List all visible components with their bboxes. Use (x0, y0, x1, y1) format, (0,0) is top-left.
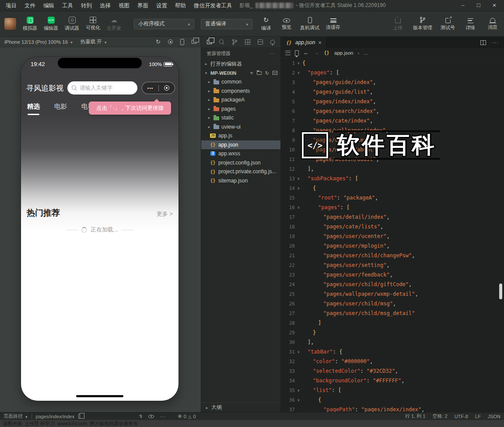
problems-indicator[interactable]: 0 0 (178, 413, 196, 419)
record-icon[interactable] (168, 39, 173, 44)
more-menu-icon[interactable] (147, 85, 154, 91)
exit-miniapp-icon[interactable] (164, 85, 169, 91)
menu-item[interactable]: 文件 (21, 0, 39, 11)
code-line[interactable]: 4"pages/guide/list", (281, 87, 504, 97)
test-account-button[interactable]: 测试号 (441, 17, 455, 31)
menu-item[interactable]: 项目 (2, 0, 21, 11)
page-path-selector[interactable]: 页面路径 (4, 413, 28, 420)
menu-item[interactable]: 界面 (133, 0, 152, 11)
new-folder-icon[interactable] (257, 71, 262, 75)
split-editor-icon[interactable] (480, 40, 486, 45)
breadcrumb-more[interactable]: ... (364, 50, 368, 56)
tree-file-sitemap.json[interactable]: sitemap.json (201, 176, 280, 186)
tree-folder-static[interactable]: static (201, 113, 280, 122)
editor-toggle[interactable]: 编辑器 (44, 17, 58, 32)
language-mode[interactable]: JSON (488, 414, 500, 419)
project-root-row[interactable]: MP-WEIXIN (201, 69, 280, 78)
user-avatar[interactable] (4, 18, 16, 30)
refresh-icon[interactable] (265, 70, 269, 76)
code-line[interactable]: 35"list": [ (281, 385, 504, 395)
plugin-icon[interactable] (270, 40, 275, 44)
maximize-button[interactable] (471, 0, 486, 11)
code-line[interactable]: 19"pages/user/ucenter", (281, 231, 504, 241)
code-line[interactable]: 29} (281, 328, 504, 337)
code-line[interactable]: 6"pages/search/index", (281, 106, 504, 116)
detach-window-icon[interactable] (192, 40, 196, 44)
code-line[interactable]: 20"pages/user/mplogin", (281, 241, 504, 251)
editor-more-icon[interactable] (492, 39, 499, 46)
debugger-toggle[interactable]: 调试器 (65, 17, 79, 32)
code-line[interactable]: 33"selectedColor": "#32CD32", (281, 366, 504, 376)
remote-debug-button[interactable]: 真机调试 (300, 17, 319, 31)
search-input[interactable]: 请输入关键字 (67, 81, 137, 94)
device-frame-icon[interactable] (180, 39, 184, 45)
messages-button[interactable]: 消息 (486, 17, 500, 31)
tree-file-project.private.config.js...[interactable]: project.private.config.js... (201, 167, 280, 176)
code-line[interactable]: 31"tabBar": { (281, 347, 504, 357)
code-line[interactable]: 34"backgroundColor": "#FFFFFF", (281, 376, 504, 385)
tree-file-app.json[interactable]: app.json (201, 140, 280, 150)
menu-item[interactable]: 帮助 (171, 0, 190, 11)
close-tab-icon[interactable] (318, 39, 322, 46)
code-line[interactable]: 3"pages/guide/index", (281, 77, 504, 87)
device-selector[interactable]: iPhone 12/13 (Pro) 100% 16 (4, 39, 73, 45)
code-line[interactable]: 15"root": "packageA", (281, 193, 504, 203)
fold-icon[interactable] (295, 388, 302, 392)
tree-file-project.config.json[interactable]: project.config.json (201, 158, 280, 168)
search-icon[interactable] (219, 39, 224, 45)
code-line[interactable]: 13"subPackages": [ (281, 174, 504, 183)
visualizer-toggle[interactable]: 可视化 (86, 17, 100, 31)
fold-icon[interactable] (295, 177, 302, 181)
phone-simulator[interactable]: 19:42 100% 寻风追影视 请输入关键字 精选 (21, 57, 178, 401)
fold-icon[interactable] (295, 350, 302, 354)
breadcrumb[interactable]: app.json (334, 50, 353, 56)
new-file-icon[interactable] (250, 70, 253, 76)
simulator-toggle[interactable]: 模拟器 (23, 17, 37, 32)
menu-item[interactable]: 编辑 (39, 0, 58, 11)
minimize-button[interactable] (455, 0, 471, 11)
details-button[interactable]: 详情 (463, 17, 477, 31)
files-icon[interactable] (207, 40, 212, 44)
code-line[interactable]: 2"pages": [ (281, 68, 504, 77)
close-button[interactable] (486, 0, 502, 11)
tree-folder-uview-ui[interactable]: uview-ui (201, 122, 280, 132)
page-path-value[interactable]: pages/index/index (36, 414, 75, 419)
code-line[interactable]: 17"pages/detail/index", (281, 212, 504, 222)
cloud-dev-toggle[interactable]: 云开发 (107, 17, 121, 32)
code-line[interactable]: 18"pages/cate/lists", (281, 222, 504, 231)
code-line[interactable]: 14{ (281, 183, 504, 193)
fold-icon[interactable] (295, 398, 302, 402)
code-line[interactable]: 23"pages/user/feedback", (281, 270, 504, 280)
tree-folder-packageA[interactable]: packageA (201, 95, 280, 105)
fold-icon[interactable] (295, 71, 302, 75)
code-line[interactable]: 25"pages/wallpaper/wxmp-detail", (281, 289, 504, 299)
outline-list-icon[interactable] (285, 51, 290, 55)
code-line[interactable]: 21"pages/user/child/changePsw", (281, 251, 504, 260)
window-icon[interactable] (258, 39, 263, 45)
copy-icon[interactable] (78, 414, 82, 419)
menu-item[interactable]: 视图 (115, 0, 133, 11)
statusbar-more-icon[interactable] (160, 414, 166, 419)
code-line[interactable]: 5"pages/index/index", (281, 97, 504, 106)
compile-mode-dropdown[interactable]: 普通编译 (201, 19, 252, 29)
code-line[interactable]: 1{ (281, 58, 504, 68)
cursor-position[interactable]: 行 1, 列 1 (405, 413, 425, 420)
back-icon[interactable] (303, 49, 309, 56)
code-line[interactable]: 36{ (281, 395, 504, 405)
code-line[interactable]: 30], (281, 337, 504, 347)
extensions-icon[interactable] (245, 39, 250, 45)
upload-button[interactable]: 上传 (391, 17, 405, 31)
code-line[interactable]: 7"pages/cate/index", (281, 116, 504, 126)
menu-item[interactable]: 微信开发者工具 (190, 0, 236, 11)
hot-reload-toggle[interactable]: 热重载 开 (80, 38, 107, 45)
more-link[interactable]: 更多 > (157, 210, 173, 218)
tree-folder-pages[interactable]: pages (201, 105, 280, 114)
forward-icon[interactable] (313, 49, 319, 56)
code-line[interactable]: 37"pagePath": "pages/index/index", (281, 405, 504, 412)
compile-button[interactable]: 编译 (259, 17, 273, 32)
tree-folder-components[interactable]: components (201, 87, 280, 96)
outline-section[interactable]: 大纲 (201, 402, 280, 412)
tree-file-app.wxss[interactable]: app.wxss (201, 149, 280, 158)
menu-item[interactable]: 转到 (77, 0, 96, 11)
watch-icon[interactable] (148, 415, 154, 418)
